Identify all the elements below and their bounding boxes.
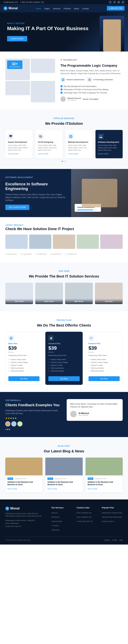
brand-logo[interactable]: M Monal xyxy=(3,6,18,10)
std-feature-1: ✓ Finance Admin Panel xyxy=(48,358,79,361)
basic-plan-name: Basic Plan xyxy=(8,342,39,344)
web-icon: 🌐 xyxy=(68,134,74,139)
team-name-1: John Smith xyxy=(7,300,31,302)
footer-logo-icon: M xyxy=(5,506,9,510)
basic-plan-features: ✓ Finance Admin Panel ✓ Advance Custom P… xyxy=(8,358,39,372)
blog-date-3: February 25, 2021 xyxy=(95,478,106,480)
basic-feature-3: ✓ Support 3 e-Mail xyxy=(8,364,39,367)
software-icon: 💻 xyxy=(98,134,104,139)
check-std-2: ✓ xyxy=(48,362,50,363)
nav-home[interactable]: Home xyxy=(36,8,41,10)
testimonial-author-title: Ceo / Director xyxy=(78,414,89,416)
reviewer-avatar-1 xyxy=(5,421,10,426)
footer-city: Nona Pellentesque. xyxy=(5,522,47,525)
footer-privacy-link[interactable]: Privacy xyxy=(112,539,117,541)
footer-link-it[interactable]: IT Solution xyxy=(51,524,72,527)
footer-link-about[interactable]: About Us xyxy=(51,511,72,514)
service-software-title: Software Development xyxy=(98,141,120,143)
footer-support-link[interactable]: Support xyxy=(104,539,110,541)
service-web-title: Website Development xyxy=(68,141,90,143)
pricing-basic: 🌐 Basic Plan $39 Per Mo Powered By Admin… xyxy=(5,332,42,385)
testimonials-left: Testimonials Clients Feedback Examples Y… xyxy=(5,399,61,430)
progress-fill xyxy=(77,210,93,210)
top-bar-left: info@domain.com 1-800-123-456 (Landline,… xyxy=(3,1,44,3)
t-dot-3 xyxy=(9,429,10,430)
footer-popular-links: Pellentesque Gravida Lectus Vitae Elit N… xyxy=(102,511,123,522)
service-uiux-desc: Lorem tempus dolor. Eget Torbitur Mauris… xyxy=(38,144,60,152)
exp-number: 32+ xyxy=(9,62,20,66)
client-logo-4: ⬡ Logofound xyxy=(50,253,62,255)
nav-cta-button[interactable]: 1-800-234-7799 xyxy=(107,6,125,10)
service-uiux-title: UI-UX Designing xyxy=(38,141,60,143)
blog-date-2: February 25, 2021 xyxy=(55,478,66,480)
prem-feature-4: ✓ Planning Solutions xyxy=(89,367,120,370)
pinterest-icon[interactable]: p xyxy=(122,1,125,4)
check-std-5: ✓ xyxy=(48,370,50,372)
team-card-4: Lisa Chen xyxy=(95,283,123,304)
about-description: Morbi sed volutpat. Quisque Integer Tort… xyxy=(60,69,123,75)
nav-news[interactable]: News xyxy=(74,8,79,10)
email-text: info@domain.com xyxy=(3,1,18,3)
footer-contact: Pellentesque Gravida Lectus, 5 Vitae Eli… xyxy=(5,519,47,528)
about-icon-network: 🌐 Network Administration xyxy=(60,77,84,82)
facebook-icon[interactable]: f xyxy=(109,1,112,4)
t-dot-2 xyxy=(7,429,8,430)
prem-feature-5: ✓ Enhanced Support xyxy=(89,370,120,372)
footer-col-services: Our Services About Us Developers Cyber S… xyxy=(51,506,72,532)
basic-plan-powered: Powered By Admin Panel xyxy=(8,354,39,356)
twitter-icon[interactable]: t xyxy=(113,1,116,4)
blog-readmore-2[interactable]: READ MORE xyxy=(47,488,57,490)
projects-section: Latest Project Check We Have Solution Do… xyxy=(0,217,128,262)
testimonials-description: Pellentesque Gravida Lectus Vitae Elit N… xyxy=(5,409,61,415)
standard-plan-buy-button[interactable]: Buy Now xyxy=(48,376,79,381)
footer-link-dev[interactable]: Developers xyxy=(51,515,72,518)
footer-popular-2[interactable]: Vitae Elit Nona Pellentesque xyxy=(102,515,123,518)
feature-2: ✓ Participation Of Public In Governance … xyxy=(60,88,123,91)
footer-help-link[interactable]: Help xyxy=(119,539,123,541)
services-tag-wrap: Popular Services xyxy=(5,116,123,120)
service-games-link[interactable]: LEARN MORE xyxy=(8,153,30,155)
footer-custom-links: Email: info@site.com Email: info@site.co… xyxy=(77,511,98,522)
testimonial-author: Al Mahmud Ceo / Director xyxy=(70,411,119,417)
client-logo-3: ⬡ Logofound xyxy=(35,253,47,255)
footer-brand: M Monal Pellentesque Gravida Lectus 5 Vi… xyxy=(5,506,47,532)
blog-cat-2: News xyxy=(47,478,53,480)
team-overlay-4: Lisa Chen xyxy=(95,299,123,304)
std-feature-4: ✓ Planning Solutions xyxy=(48,367,79,370)
footer-link-cyber[interactable]: Cyber Security xyxy=(51,520,72,522)
blog-post-title-1: Software Is Our Business And Business Is… xyxy=(7,481,40,486)
star-rating: ★★★★★ xyxy=(5,417,61,420)
standard-plan-powered: Powered By Admin Panel xyxy=(48,354,79,356)
testimonial-card: Blane Turner Mauris. Consectetur Sit. Am… xyxy=(67,399,123,421)
nav-services[interactable]: Services xyxy=(53,8,60,10)
basic-plan-buy-button[interactable]: Buy Now xyxy=(8,376,39,381)
footer-popular-1[interactable]: Pellentesque Gravida Lectus xyxy=(102,511,123,514)
blog-date-1: February 25, 2021 xyxy=(14,478,26,480)
blog-card-2: News February 25, 2021 Software Is Our B… xyxy=(45,458,83,492)
blog-post-title-2: Software Is Our Business And Business Is… xyxy=(47,481,80,486)
about-images: 32+ Years Experience xyxy=(5,59,55,102)
check-prem-3: ✓ xyxy=(89,364,90,366)
service-software-link[interactable]: LEARN MORE xyxy=(98,153,120,155)
social-links[interactable]: f t in p xyxy=(109,1,125,4)
project-img-1 xyxy=(5,234,28,249)
footer-phone: London (207) 666-776 xyxy=(5,525,47,528)
excellence-cta-button[interactable]: GET QUOTE NOW xyxy=(5,205,29,210)
footer-link-networking[interactable]: Networking xyxy=(51,528,72,531)
premium-plan-price: $39 xyxy=(89,345,120,351)
blog-readmore-1[interactable]: READ MORE xyxy=(7,488,17,490)
nav-contact[interactable]: Contact xyxy=(82,8,89,10)
services-grid: 🖥️ Games Development Lorem tempus dolor.… xyxy=(5,130,123,158)
footer-popular-3[interactable]: Gravida Lectus 5 xyxy=(102,520,123,522)
linkedin-icon[interactable]: in xyxy=(117,1,120,4)
nav-portfolio[interactable]: Portfolio xyxy=(64,8,71,10)
service-web-link[interactable]: LEARN MORE xyxy=(68,153,90,155)
nav-pages[interactable]: Pages xyxy=(44,8,50,10)
hero-learn-more-button[interactable]: LEARN MORE xyxy=(7,36,27,41)
footer: M Monal Pellentesque Gravida Lectus 5 Vi… xyxy=(0,500,128,544)
service-uiux-link[interactable]: LEARN MORE xyxy=(38,153,60,155)
signature: Michael Peacock Ceo / Director Doctor Co… xyxy=(60,96,123,102)
premium-plan-buy-button[interactable]: Buy Now xyxy=(89,376,120,381)
blog-title: Our Latest Blog & News xyxy=(5,449,123,453)
blog-readmore-3[interactable]: READ MORE xyxy=(88,488,97,490)
